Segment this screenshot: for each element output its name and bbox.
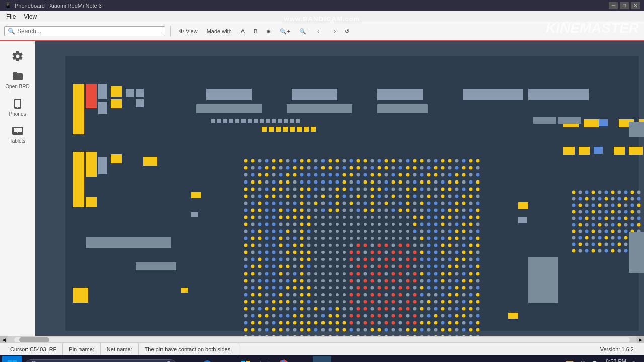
view-button[interactable]: 👁 View [176, 27, 201, 36]
sidebar-label-phones: Phones [9, 111, 26, 117]
net-name-text: Net name: [107, 346, 132, 352]
tray-arrow[interactable]: ⌃ [554, 360, 562, 362]
toolbar-btn-7[interactable]: ⇒ [328, 27, 339, 36]
explorer-icon [221, 359, 232, 362]
menu-view[interactable]: View [20, 12, 41, 21]
toolbar-btn-8[interactable]: ↺ [342, 27, 352, 36]
close-button[interactable]: ✕ [631, 2, 640, 9]
tray-network[interactable]: 📶 [564, 360, 575, 362]
taskbar-taskview[interactable]: ⊞ [179, 356, 197, 362]
minimize-button[interactable]: ─ [609, 2, 618, 9]
cursor-text: Cursor: C5403_RF [10, 346, 56, 352]
sidebar-item-phones[interactable]: Phones [2, 95, 34, 120]
toolbar-divider [170, 26, 171, 37]
tray-volume[interactable]: 🔊 [577, 360, 587, 362]
taskbar-tray: ⌃ 📶 🔊 🔋 8:58 PM 8/19/2019 💬 [554, 358, 642, 362]
toolbar-btn-2[interactable]: B [251, 27, 260, 36]
taskbar-store[interactable] [236, 356, 255, 362]
search-box[interactable]: 🔍 [4, 26, 165, 36]
pin-name-info: Pin name: [63, 343, 101, 355]
search-input[interactable] [17, 28, 162, 35]
search-icon: 🔍 [8, 28, 15, 35]
scroll-thumb[interactable] [19, 337, 49, 342]
taskbar-explorer[interactable] [217, 356, 235, 362]
taskbar-record[interactable]: ⏺ [294, 356, 312, 362]
view-label: View [186, 28, 198, 34]
mail-icon [259, 359, 270, 362]
title-bar-controls: ─ □ ✕ [609, 2, 640, 9]
toolbar-btn-5[interactable]: 🔍- [296, 27, 311, 36]
status-bar: Cursor: C5403_RF Pin name: Net name: The… [0, 343, 644, 355]
sidebar-label-tablets: Tablets [10, 138, 26, 144]
app-icon: 📱 [4, 2, 12, 9]
version-info: Version: 1.6.2 [594, 343, 640, 355]
store-icon [240, 359, 251, 362]
scroll-track[interactable] [14, 337, 630, 342]
menu-file[interactable]: File [2, 12, 20, 21]
toolbar-btn-1[interactable]: A [238, 27, 248, 36]
main-layout: Open BRD Phones Tablets [0, 41, 644, 336]
tablet-icon [12, 125, 24, 137]
contact-text: The pin have contact on both sides. [145, 346, 232, 352]
taskbar-clock[interactable]: 8:58 PM 8/19/2019 [602, 358, 626, 362]
sidebar-item-open-brd[interactable]: Open BRD [2, 67, 34, 93]
bandicam-watermark: www.BANDICAM.com [284, 15, 360, 23]
cursor-info: Cursor: C5403_RF [4, 343, 63, 355]
title-bar: 📱 Phoneboard | Xiaomi RedMi Note 3 ─ □ ✕ [0, 0, 644, 11]
pcb-canvas[interactable] [35, 41, 644, 336]
sidebar-item-settings[interactable] [2, 47, 34, 65]
toolbar-btn-6[interactable]: ⇐ [314, 27, 325, 36]
edge-icon [202, 359, 213, 362]
pin-name-text: Pin name: [69, 346, 94, 352]
scroll-left-arrow[interactable]: ◀ [0, 336, 7, 343]
sidebar-label-open-brd: Open BRD [5, 84, 29, 89]
made-with-label: Made with [207, 28, 232, 34]
title-bar-text: Phoneboard | Xiaomi RedMi Note 3 [15, 3, 102, 9]
taskbar-search-box[interactable]: 🔍 🎤 [25, 359, 176, 362]
taskbar-chrome[interactable] [275, 356, 293, 362]
pcb-renderer [35, 41, 644, 336]
folder-icon [12, 70, 24, 82]
tray-battery[interactable]: 🔋 [589, 360, 600, 362]
net-name-info: Net name: [101, 343, 139, 355]
taskbar-apps: ⊞ [179, 356, 331, 362]
contact-info: The pin have contact on both sides. [139, 343, 239, 355]
taskbar-edge[interactable] [198, 356, 216, 362]
taskbar: 🔍 🎤 ⊞ [0, 355, 644, 362]
notification-icon[interactable]: 💬 [628, 360, 639, 362]
sidebar-item-tablets[interactable]: Tablets [2, 122, 34, 147]
start-button[interactable] [2, 356, 22, 362]
taskbar-phoneboard[interactable]: PB [313, 356, 331, 362]
toolbar-btn-4[interactable]: 🔍+ [277, 27, 293, 36]
kinemaster-watermark: KINEMASTER [546, 20, 639, 36]
horizontal-scrollbar[interactable]: ◀ ▶ [0, 336, 644, 343]
version-text: Version: 1.6.2 [600, 346, 634, 352]
chrome-icon [278, 359, 289, 362]
scroll-right-arrow[interactable]: ▶ [637, 336, 644, 343]
windows-icon [7, 360, 17, 362]
view-icon: 👁 [179, 28, 184, 34]
maximize-button[interactable]: □ [620, 2, 629, 9]
phone-icon [12, 98, 24, 110]
clock-time: 8:58 PM [602, 358, 626, 362]
toolbar-btn-3[interactable]: ⊕ [263, 27, 274, 36]
title-bar-left: 📱 Phoneboard | Xiaomi RedMi Note 3 [4, 2, 102, 9]
taskbar-mail[interactable] [256, 356, 274, 362]
sidebar: Open BRD Phones Tablets [0, 41, 35, 336]
gear-icon [12, 50, 24, 62]
made-with-button[interactable]: Made with [204, 27, 235, 36]
